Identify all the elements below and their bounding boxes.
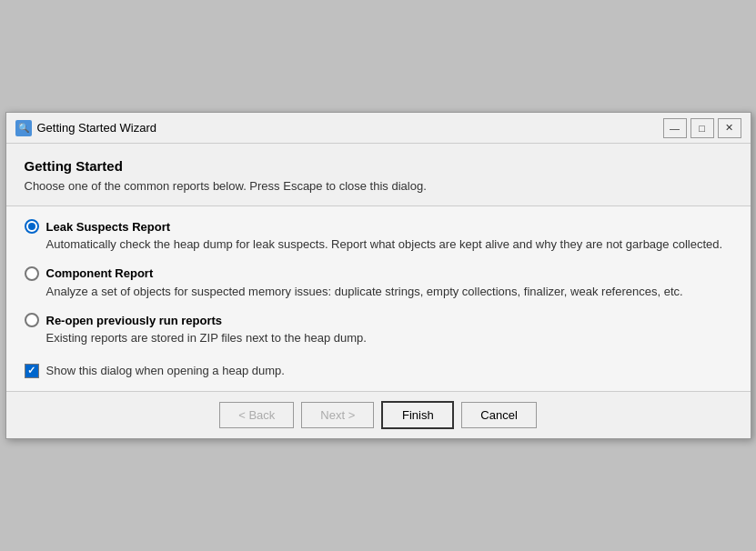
close-button[interactable]: ✕ <box>718 118 741 138</box>
back-button[interactable]: < Back <box>219 402 294 428</box>
show-dialog-checkbox[interactable] <box>25 364 39 378</box>
radio-component-desc: Analyze a set of objects for suspected m… <box>46 283 732 301</box>
content-area: Getting Started Choose one of the common… <box>6 144 751 438</box>
radio-row-leak[interactable]: Leak Suspects Report <box>25 219 732 234</box>
header-section: Getting Started Choose one of the common… <box>6 144 751 206</box>
option-component-report: Component Report Analyze a set of object… <box>25 266 732 301</box>
finish-button[interactable]: Finish <box>381 401 454 429</box>
radio-reopen-desc: Existing reports are stored in ZIP files… <box>46 329 732 347</box>
radio-reopen-reports[interactable] <box>25 313 39 327</box>
wizard-window: 🔍 Getting Started Wizard — □ ✕ Getting S… <box>5 112 751 439</box>
window-title: Getting Started Wizard <box>37 121 157 135</box>
radio-component-label[interactable]: Component Report <box>46 266 154 280</box>
title-bar: 🔍 Getting Started Wizard — □ ✕ <box>6 113 751 144</box>
radio-leak-suspects[interactable] <box>25 219 39 234</box>
title-bar-left: 🔍 Getting Started Wizard <box>15 120 157 136</box>
radio-row-reopen[interactable]: Re-open previously run reports <box>25 313 732 327</box>
title-bar-controls: — □ ✕ <box>663 118 741 138</box>
cancel-button[interactable]: Cancel <box>461 402 536 428</box>
minimize-button[interactable]: — <box>663 118 687 138</box>
maximize-button[interactable]: □ <box>690 118 714 138</box>
main-content: Leak Suspects Report Automatically check… <box>6 206 751 391</box>
radio-leak-label[interactable]: Leak Suspects Report <box>46 220 171 234</box>
app-icon: 🔍 <box>15 120 32 136</box>
radio-row-component[interactable]: Component Report <box>25 266 732 281</box>
radio-reopen-label[interactable]: Re-open previously run reports <box>46 314 223 327</box>
show-dialog-label[interactable]: Show this dialog when opening a heap dum… <box>46 364 285 377</box>
radio-leak-desc: Automatically check the heap dump for le… <box>46 235 732 254</box>
header-title: Getting Started <box>25 158 732 174</box>
option-leak-suspects: Leak Suspects Report Automatically check… <box>25 219 732 254</box>
option-reopen-reports: Re-open previously run reports Existing … <box>25 313 732 347</box>
next-button[interactable]: Next > <box>301 402 374 428</box>
header-description: Choose one of the common reports below. … <box>25 179 732 193</box>
radio-component-report[interactable] <box>25 266 39 281</box>
show-dialog-checkbox-row[interactable]: Show this dialog when opening a heap dum… <box>25 364 732 378</box>
bottom-bar: < Back Next > Finish Cancel <box>6 391 751 438</box>
